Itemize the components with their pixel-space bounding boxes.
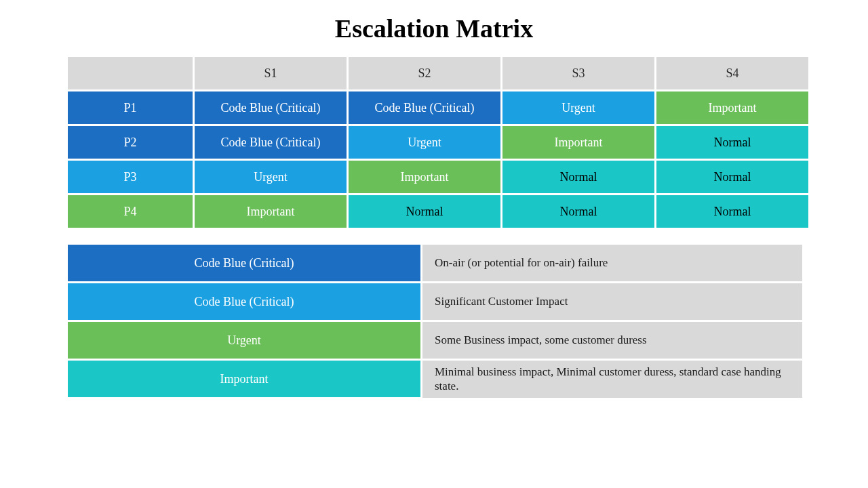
matrix-cell: Code Blue (Critical) [349, 92, 500, 124]
matrix-row-label-p4: P4 [68, 195, 193, 228]
legend-label: Code Blue (Critical) [68, 245, 420, 281]
matrix-cell: Urgent [502, 92, 654, 124]
matrix-row-label-p3: P3 [68, 161, 193, 193]
legend-description: Some Business impact, some customer dure… [422, 322, 802, 359]
legend-description: On-air (or potential for on-air) failure [422, 245, 802, 281]
matrix-cell: Normal [656, 161, 808, 193]
page-title: Escalation Matrix [68, 14, 800, 43]
legend-description: Minimal business impact, Minimal custome… [422, 361, 802, 398]
matrix-row-label-p1: P1 [68, 92, 193, 124]
matrix-row-label-p2: P2 [68, 126, 193, 159]
matrix-cell: Urgent [195, 161, 347, 193]
matrix-corner-cell [68, 57, 193, 89]
matrix-cell: Important [502, 126, 654, 159]
matrix-cell: Normal [349, 195, 500, 228]
matrix-header-s1: S1 [195, 57, 347, 89]
matrix-header-s4: S4 [656, 57, 808, 89]
matrix-cell: Important [656, 92, 808, 124]
escalation-matrix-table: S1 S2 S3 S4 P1 Code Blue (Critical) Code… [68, 57, 800, 228]
legend-label: Urgent [68, 322, 420, 359]
matrix-header-s2: S2 [349, 57, 500, 89]
legend-description: Significant Customer Impact [422, 283, 802, 320]
matrix-header-s3: S3 [502, 57, 654, 89]
matrix-cell: Code Blue (Critical) [195, 126, 347, 159]
legend-label: Important [68, 361, 420, 397]
matrix-cell: Important [195, 195, 347, 228]
legend-label: Code Blue (Critical) [68, 283, 420, 320]
matrix-cell: Normal [502, 195, 654, 228]
matrix-cell: Important [349, 161, 500, 193]
legend-table: Code Blue (Critical) On-air (or potentia… [68, 245, 800, 398]
matrix-cell: Code Blue (Critical) [195, 92, 347, 124]
matrix-cell: Normal [656, 126, 808, 159]
matrix-cell: Urgent [349, 126, 500, 159]
matrix-cell: Normal [656, 195, 808, 228]
matrix-cell: Normal [502, 161, 654, 193]
